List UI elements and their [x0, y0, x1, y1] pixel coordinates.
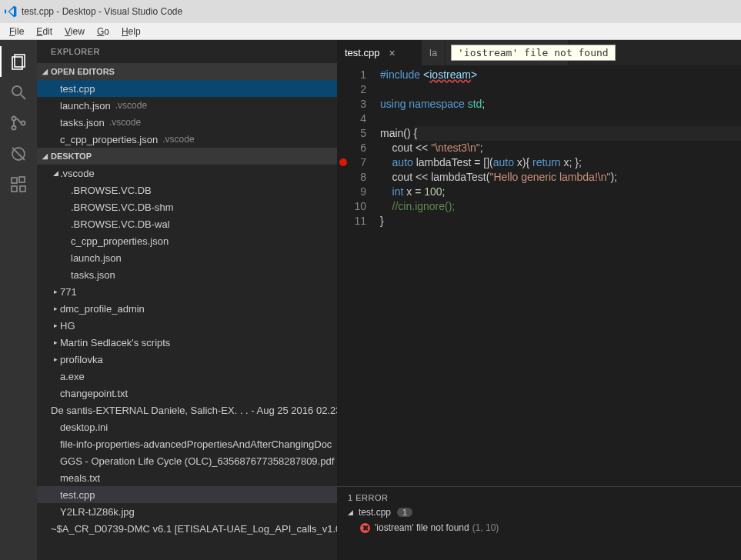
sidebar-title: EXPLORER [37, 40, 337, 63]
tree-file[interactable]: .BROWSE.VC.DB-wal [37, 215, 337, 232]
menubar: FileEditViewGoHelp [0, 23, 741, 40]
tree-file[interactable]: .BROWSE.VC.DB-shm [37, 198, 337, 215]
chevron-down-icon: ◢ [51, 169, 60, 177]
tree-folder[interactable]: ◢.vscode [37, 165, 337, 182]
window-titlebar: test.cpp - Desktop - Visual Studio Code [0, 0, 741, 23]
chevron-down-icon: ◢ [40, 152, 49, 160]
window-title: test.cpp - Desktop - Visual Studio Code [22, 6, 182, 17]
tree-folder[interactable]: ▸profilovka [37, 351, 337, 368]
svg-point-6 [22, 122, 25, 125]
chevron-right-icon: ▸ [51, 322, 60, 329]
code-editor[interactable]: 1234567891011 #include <iostream> using … [337, 65, 741, 486]
svg-point-4 [12, 117, 16, 121]
tab-bar: test.cpp×lac_cpp_properties.json'iostrea… [337, 40, 741, 65]
svg-line-3 [21, 95, 25, 99]
vscode-logo-icon [5, 5, 17, 18]
close-icon[interactable]: × [389, 47, 396, 59]
error-count-badge: 1 [397, 508, 412, 517]
problems-file-row[interactable]: ◢ test.cpp 1 [337, 504, 741, 521]
debug-icon[interactable] [0, 138, 37, 169]
menu-view[interactable]: View [58, 25, 91, 38]
tree-file[interactable]: changepoint.txt [37, 385, 337, 402]
chevron-down-icon: ◢ [348, 508, 355, 516]
editor-tab[interactable]: test.cpp× [337, 40, 422, 65]
line-gutter: 1234567891011 [349, 65, 380, 486]
svg-rect-11 [20, 186, 25, 192]
section-folder[interactable]: ◢ DESKTOP [37, 148, 337, 165]
git-icon[interactable] [0, 108, 37, 138]
breakpoint-icon[interactable] [339, 158, 347, 166]
tree-file[interactable]: De santis-EXTERNAL Daniele, Salich-EX. .… [37, 402, 337, 418]
svg-point-5 [12, 126, 16, 130]
problems-panel: 1 ERROR ◢ test.cpp 1 ✖ 'iostream' file n… [337, 486, 741, 560]
tree-file[interactable]: ~$A_CR_D0739-DMC v6.1 [ETISALAT-UAE_Log_… [37, 520, 337, 537]
tree-file[interactable]: file-info-properties-advancedPropertiesA… [37, 435, 337, 452]
chevron-down-icon: ◢ [40, 68, 49, 75]
activity-bar [0, 40, 37, 560]
tree-file[interactable]: test.cpp [37, 486, 337, 503]
search-icon[interactable] [0, 77, 37, 108]
svg-point-2 [12, 86, 22, 95]
tree-file[interactable]: meals.txt [37, 469, 337, 486]
error-icon: ✖ [360, 523, 370, 533]
section-open-editors[interactable]: ◢ OPEN EDITORS [37, 63, 337, 80]
menu-file[interactable]: File [3, 25, 30, 38]
tree-file[interactable]: tasks.json [37, 266, 337, 283]
svg-rect-12 [19, 177, 25, 182]
chevron-right-icon: ▸ [51, 355, 60, 363]
svg-rect-9 [12, 178, 17, 183]
tree-file[interactable]: launch.json [37, 249, 337, 266]
open-editor-item[interactable]: test.cpp [37, 80, 337, 97]
svg-rect-10 [12, 186, 17, 192]
sidebar-explorer: EXPLORER ◢ OPEN EDITORS test.cpplaunch.j… [37, 40, 337, 560]
open-editor-item[interactable]: c_cpp_properties.json.vscode [37, 131, 337, 148]
menu-help[interactable]: Help [115, 25, 147, 38]
tree-file[interactable]: GGS - Operation Life Cycle (OLC)_6356876… [37, 452, 337, 469]
chevron-right-icon: ▸ [51, 288, 60, 295]
tree-file[interactable]: .BROWSE.VC.DB [37, 182, 337, 198]
chevron-right-icon: ▸ [51, 338, 60, 346]
tree-file[interactable]: desktop.ini [37, 418, 337, 435]
problems-error-row[interactable]: ✖ 'iostream' file not found (1, 10) [337, 521, 741, 535]
chevron-right-icon: ▸ [51, 305, 60, 312]
explorer-icon[interactable] [0, 46, 37, 77]
menu-go[interactable]: Go [91, 25, 115, 38]
open-editor-item[interactable]: launch.json.vscode [37, 97, 337, 114]
tree-folder[interactable]: ▸dmc_profile_admin [37, 300, 337, 317]
tree-file[interactable]: a.exe [37, 368, 337, 385]
panel-title: 1 ERROR [337, 492, 741, 504]
menu-edit[interactable]: Edit [30, 25, 58, 38]
tree-folder[interactable]: ▸Martin Sedlacek's scripts [37, 334, 337, 351]
hover-tooltip: 'iostream' file not found [451, 45, 616, 61]
open-editor-item[interactable]: tasks.json.vscode [37, 114, 337, 131]
extensions-icon[interactable] [0, 169, 37, 200]
editor-area: test.cpp×lac_cpp_properties.json'iostrea… [337, 40, 741, 560]
tree-folder[interactable]: ▸771 [37, 283, 337, 300]
editor-tab[interactable]: la [422, 40, 446, 65]
tree-file[interactable]: c_cpp_properties.json [37, 232, 337, 249]
tree-folder[interactable]: ▸HG [37, 317, 337, 334]
tree-file[interactable]: Y2LR-tJZ86k.jpg [37, 503, 337, 520]
